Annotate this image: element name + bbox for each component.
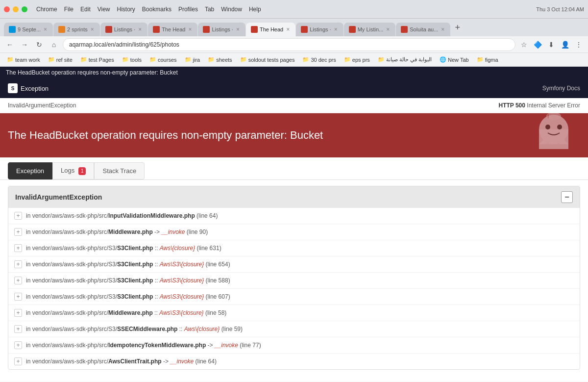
trace-item: +in vendor/aws/aws-sdk-php/src/Idempoten…: [8, 337, 580, 354]
bookmark-label: team work: [15, 57, 40, 63]
tab7-close[interactable]: ×: [333, 26, 339, 33]
collapse-button[interactable]: −: [561, 191, 573, 203]
bookmark-sheets[interactable]: 📁 sheets: [205, 55, 235, 64]
bookmark-new-tab[interactable]: 🌐 New Tab: [437, 55, 472, 64]
bookmark-albawaba[interactable]: 📁 البوابة في حالة صيانة: [375, 55, 435, 64]
forward-button[interactable]: →: [19, 39, 30, 51]
minimize-button[interactable]: [13, 6, 19, 12]
trace-item: +in vendor/aws/aws-sdk-php/src/S3/SSECMi…: [8, 321, 580, 337]
menu-view[interactable]: View: [95, 5, 113, 14]
bookmark-tools[interactable]: 📁 tools: [119, 55, 145, 64]
bookmark-jira[interactable]: 📁 jira: [182, 55, 203, 64]
tab4-close[interactable]: ×: [187, 26, 193, 33]
home-button[interactable]: ⌂: [48, 39, 60, 51]
bookmark-30dec[interactable]: 📁 30 dec prs: [299, 55, 339, 64]
address-input[interactable]: [63, 38, 515, 51]
trace-expand-btn[interactable]: +: [14, 341, 22, 349]
downloads-icon[interactable]: ⬇: [546, 39, 557, 50]
tab3-close[interactable]: ×: [137, 26, 143, 33]
bookmark-label: sheets: [216, 57, 232, 63]
menu-tab[interactable]: Tab: [202, 5, 217, 14]
reload-button[interactable]: ↻: [33, 39, 45, 51]
tab-stack-trace[interactable]: Stack Trace: [94, 162, 145, 179]
symfony-docs-link[interactable]: Symfony Docs: [542, 85, 580, 92]
tab5-close[interactable]: ×: [235, 26, 241, 33]
chrome-menu: Chrome File Edit View History Bookmarks …: [33, 5, 264, 14]
browser-tab-6[interactable]: The Head ×: [246, 23, 295, 36]
trace-expand-btn[interactable]: +: [14, 357, 22, 365]
close-button[interactable]: [4, 6, 10, 12]
extension-icon[interactable]: 🔷: [532, 39, 543, 50]
svg-point-3: [545, 125, 550, 129]
trace-path: in vendor/aws/aws-sdk-php/src/S3/S3Clien…: [26, 245, 221, 252]
trace-item: +in vendor/aws/aws-sdk-php/src/S3/S3Clie…: [8, 289, 580, 305]
bookmark-label: New Tab: [448, 57, 469, 63]
tab3-favicon: [105, 26, 112, 33]
bookmark-courses[interactable]: 📁 courses: [147, 55, 180, 64]
folder-icon: 📁: [240, 56, 247, 63]
new-tab-button[interactable]: +: [451, 21, 464, 35]
trace-list: +in vendor/aws/aws-sdk-php/src/InputVali…: [8, 208, 580, 369]
content-area: InvalidArgumentException − +in vendor/aw…: [0, 180, 588, 382]
back-button[interactable]: ←: [4, 39, 16, 51]
bookmark-label: figma: [485, 57, 498, 63]
menu-icon[interactable]: ⋮: [573, 39, 584, 50]
tab6-close[interactable]: ×: [285, 26, 291, 33]
trace-expand-btn[interactable]: +: [14, 309, 22, 317]
menu-file[interactable]: File: [61, 5, 76, 14]
trace-expand-btn[interactable]: +: [14, 293, 22, 301]
menu-history[interactable]: History: [114, 5, 138, 14]
exception-block-title: InvalidArgumentException: [15, 193, 102, 201]
browser-tab-8[interactable]: My Listin... ×: [344, 23, 396, 36]
profile-icon[interactable]: 👤: [560, 39, 570, 50]
trace-path: in vendor/aws/aws-sdk-php/src/S3/SSECMid…: [26, 326, 243, 332]
menu-edit[interactable]: Edit: [77, 5, 94, 14]
tab9-close[interactable]: ×: [440, 26, 445, 33]
trace-expand-btn[interactable]: +: [14, 325, 22, 333]
tabs-section: Exception Logs 1 Stack Trace: [0, 157, 588, 180]
tab8-close[interactable]: ×: [385, 26, 391, 33]
tab1-close[interactable]: ×: [43, 26, 48, 33]
tab-logs[interactable]: Logs 1: [52, 162, 94, 179]
tab-exception[interactable]: Exception: [8, 162, 52, 179]
trace-expand-btn[interactable]: +: [14, 212, 22, 220]
trace-item: +in vendor/aws/aws-sdk-php/src/Middlewar…: [8, 224, 580, 240]
error-notification-bar: The HeadBucket operation requires non-em…: [0, 67, 588, 78]
exception-block: InvalidArgumentException − +in vendor/aw…: [8, 186, 580, 370]
browser-tab-9[interactable]: Soluita au... ×: [396, 23, 450, 36]
browser-tab-1[interactable]: 9 Septe... ×: [4, 23, 53, 36]
bookmark-label: soldout tests pages: [248, 57, 295, 63]
menu-bookmarks[interactable]: Bookmarks: [139, 5, 174, 14]
tab2-close[interactable]: ×: [90, 26, 95, 33]
bookmark-label: eps prs: [352, 57, 370, 63]
exception-message: The HeadBucket operation requires non-em…: [8, 129, 323, 142]
tab2-favicon: [58, 26, 65, 33]
menu-help[interactable]: Help: [246, 5, 264, 14]
bookmark-soldout[interactable]: 📁 soldout tests pages: [237, 55, 298, 64]
trace-expand-btn[interactable]: +: [14, 260, 22, 268]
menu-window[interactable]: Window: [218, 5, 245, 14]
bookmark-eps[interactable]: 📁 eps prs: [341, 55, 373, 64]
browser-tab-7[interactable]: Listings · ×: [296, 23, 343, 36]
bookmark-test-pages[interactable]: 📁 test Pages: [77, 55, 117, 64]
menu-chrome[interactable]: Chrome: [33, 5, 60, 14]
trace-expand-btn[interactable]: +: [14, 277, 22, 284]
bookmark-team-work[interactable]: 📁 team work: [4, 55, 43, 64]
logs-badge: 1: [78, 167, 86, 175]
exception-type-label: InvalidArgumentException: [8, 102, 76, 109]
trace-expand-btn[interactable]: +: [14, 228, 22, 236]
browser-tab-4[interactable]: The Head ×: [148, 23, 197, 36]
bookmark-label: tools: [130, 57, 142, 63]
browser-tab-3[interactable]: Listings · ×: [100, 23, 147, 36]
menu-profiles[interactable]: Profiles: [175, 5, 201, 14]
browser-tab-2[interactable]: 2 sprints ×: [53, 23, 100, 36]
bookmark-ref-site[interactable]: 📁 ref site: [45, 55, 75, 64]
trace-expand-btn[interactable]: +: [14, 244, 22, 252]
maximize-button[interactable]: [22, 6, 27, 12]
bookmark-figma[interactable]: 📁 figma: [474, 55, 501, 64]
symfony-logo: S Exception: [8, 83, 49, 93]
traffic-lights: [4, 6, 27, 12]
address-icons: ☆ 🔷 ⬇ 👤 ⋮: [518, 39, 584, 50]
bookmark-star-icon[interactable]: ☆: [518, 39, 529, 50]
browser-tab-5[interactable]: Listings · ×: [198, 23, 245, 36]
